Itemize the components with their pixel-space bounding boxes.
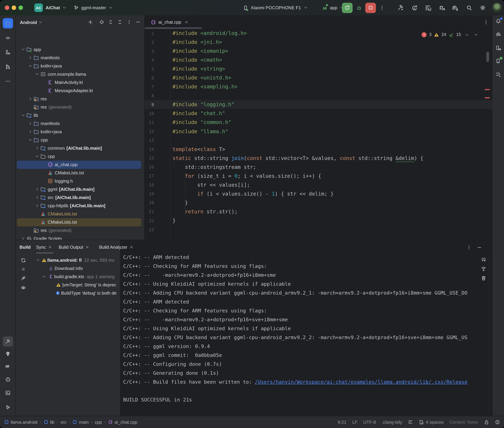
- chevron-right-icon[interactable]: [34, 195, 40, 200]
- tree-row[interactable]: cpp-httplib[AiChat.lib.main]: [17, 202, 141, 210]
- clear-log-button[interactable]: [479, 274, 488, 283]
- profiler-button[interactable]: [423, 3, 432, 12]
- sync-tree-row[interactable]: Download info: [16, 264, 120, 272]
- tab-ai-chat-cpp[interactable]: C ai_chat.cpp ✕: [147, 16, 192, 29]
- debug-button[interactable]: [355, 3, 364, 12]
- tree-row[interactable]: src[AiChat.lib.main]: [17, 194, 141, 202]
- editor-vscrollbar[interactable]: [486, 52, 489, 62]
- breadcrumb-item[interactable]: main: [73, 420, 89, 425]
- soft-wrap-button[interactable]: [479, 255, 488, 264]
- chevron-right-icon[interactable]: [27, 121, 33, 126]
- sync-tree-row[interactable]: llama.android: fi22 sec, 583 ms: [16, 256, 120, 264]
- chevron-down-icon[interactable]: [27, 138, 33, 142]
- sidebar-item-terminal[interactable]: [3, 388, 13, 398]
- gradle-tool-button[interactable]: [493, 29, 504, 39]
- caret-position[interactable]: 9:21: [338, 420, 347, 425]
- run-config-selector[interactable]: app: [322, 0, 344, 16]
- tree-row[interactable]: MessageAdapter.kt: [17, 86, 141, 95]
- tree-row[interactable]: manifests: [17, 54, 141, 62]
- window-close-button[interactable]: [5, 5, 9, 10]
- error-stripe-mark[interactable]: [485, 97, 490, 98]
- sidebar-item-project[interactable]: [3, 18, 13, 28]
- inspections-widget[interactable]: ! 3 24 15: [421, 31, 478, 38]
- tree-row[interactable]: logging.h: [17, 177, 141, 185]
- project-widget[interactable]: AiChat: [46, 0, 67, 16]
- breadcrumb-item[interactable]: src: [60, 420, 67, 425]
- running-devices-button[interactable]: [493, 56, 504, 66]
- chevron-down-icon[interactable]: [36, 258, 40, 262]
- sidebar-item-problems[interactable]: [3, 374, 13, 385]
- device-selector[interactable]: Xiaomi POCOPHONE F1: [243, 0, 308, 16]
- linter-widget[interactable]: .clang-tidy: [382, 420, 402, 425]
- sidebar-item-app-quality-insights[interactable]: [3, 349, 13, 359]
- tab-sync[interactable]: Sync✕: [36, 240, 52, 254]
- window-minimize-button[interactable]: [12, 5, 16, 10]
- tree-row[interactable]: lib: [17, 111, 141, 119]
- editor[interactable]: C ai_chat.cpp ✕ 1#include <android/log.h…: [145, 16, 493, 240]
- sync-tree-row[interactable]: 'jvmTarget: String' is deprec: [16, 280, 120, 289]
- chevron-down-icon[interactable]: [42, 274, 46, 279]
- scroll-to-end-button[interactable]: [479, 264, 488, 273]
- tree-row[interactable]: ggml[AiChat.lib.main]: [17, 185, 141, 194]
- attach-debugger-button[interactable]: [437, 3, 446, 12]
- tree-row[interactable]: res: [17, 95, 141, 103]
- tree-row[interactable]: res(generated): [17, 226, 141, 235]
- search-everywhere-button[interactable]: [465, 3, 474, 12]
- tab-build-output[interactable]: Build Output✕: [59, 240, 89, 254]
- hide-build-panel-button[interactable]: [475, 243, 484, 252]
- tree-row[interactable]: manifests: [17, 119, 141, 128]
- chevron-down-icon[interactable]: [34, 154, 40, 159]
- chevron-down-icon[interactable]: [20, 47, 26, 52]
- tree-row[interactable]: CMakeLists.txt: [17, 169, 141, 177]
- sync-tree-row[interactable]: BuildType 'debug' is both de: [16, 289, 120, 297]
- gemini-chat-button[interactable]: [493, 70, 504, 80]
- more-run-actions-button[interactable]: [378, 3, 386, 12]
- inspections-toggle-icon[interactable]: [408, 420, 413, 425]
- indent-widget[interactable]: 4 spaces: [419, 420, 444, 425]
- tree-row[interactable]: kotlin+java: [17, 128, 141, 136]
- tree-row[interactable]: common[AiChat.lib.main]: [17, 144, 141, 152]
- line-ending[interactable]: LF: [352, 420, 357, 425]
- tree-row[interactable]: kotlin+java: [17, 62, 141, 70]
- build-log[interactable]: C/C++: -- Using KleidiAI optimized kerne…: [122, 240, 479, 416]
- device-manager-button[interactable]: [493, 43, 504, 53]
- rerun-button[interactable]: [342, 3, 353, 13]
- chevron-right-icon[interactable]: [34, 187, 40, 192]
- apply-changes-button[interactable]: A: [410, 3, 419, 12]
- tree-row[interactable]: com.example.llama: [17, 70, 141, 78]
- chevron-right-icon[interactable]: [34, 146, 40, 150]
- sidebar-item-version-control[interactable]: [3, 403, 13, 413]
- chevron-down-icon[interactable]: [20, 113, 26, 117]
- exclamation-circle-icon[interactable]: [495, 420, 500, 425]
- tree-row[interactable]: res(generated): [17, 103, 141, 111]
- next-problem-icon[interactable]: [474, 32, 478, 37]
- context-widget[interactable]: Context: None: [449, 420, 478, 425]
- close-tab-icon[interactable]: ✕: [48, 245, 52, 249]
- chevron-right-icon[interactable]: [27, 97, 33, 101]
- build-options-button[interactable]: [464, 243, 473, 252]
- sync-tree-row[interactable]: build.gradle.ktsapp 1 warning: [16, 272, 120, 280]
- chevron-right-icon[interactable]: [27, 130, 33, 134]
- prev-problem-icon[interactable]: [465, 32, 469, 37]
- close-tab-icon[interactable]: ✕: [185, 20, 188, 25]
- lock-open-icon[interactable]: [484, 420, 489, 425]
- editor-hscrollbar[interactable]: [145, 27, 202, 29]
- tree-row[interactable]: CMakeLists.txt: [17, 218, 141, 226]
- sidebar-item-commit[interactable]: [3, 33, 13, 43]
- sidebar-item-structure[interactable]: [3, 47, 13, 57]
- encoding[interactable]: UTF-8: [363, 420, 376, 425]
- stop-button[interactable]: [365, 3, 376, 13]
- tree-row[interactable]: cpp: [17, 152, 141, 161]
- error-stripe-mark[interactable]: [485, 89, 490, 90]
- close-tab-icon[interactable]: ✕: [85, 245, 89, 249]
- breadcrumb-item[interactable]: llama.android: [4, 420, 37, 425]
- chevron-down-icon[interactable]: [34, 72, 40, 76]
- build-output-path-link[interactable]: /Users/hanyin/Workspace/ai-chat/examples…: [255, 379, 468, 385]
- close-tab-icon[interactable]: ✕: [130, 245, 133, 249]
- tab-build-analyzer[interactable]: Build Analyzer✕: [99, 240, 133, 254]
- chevron-right-icon[interactable]: [34, 204, 40, 208]
- vcs-branch-widget[interactable]: ggml-master: [73, 0, 113, 16]
- sidebar-item-logcat[interactable]: [3, 361, 13, 372]
- sidebar-item-more-tools[interactable]: [3, 76, 13, 86]
- tree-row[interactable]: MainActivity.kt: [17, 78, 141, 86]
